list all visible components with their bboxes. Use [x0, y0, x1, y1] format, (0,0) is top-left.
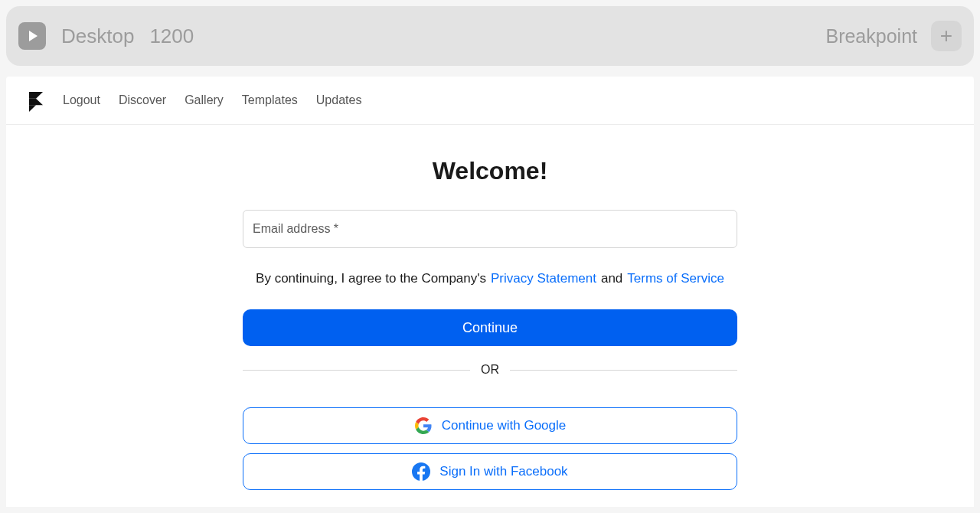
plus-icon: + — [940, 25, 952, 47]
facebook-icon — [412, 462, 430, 481]
breakpoint-label: Breakpoint — [825, 25, 917, 47]
divider-line-right — [510, 370, 737, 371]
privacy-link[interactable]: Privacy Statement — [491, 271, 596, 286]
page-title: Welcome! — [433, 157, 548, 185]
terms-link[interactable]: Terms of Service — [627, 271, 724, 286]
topbar-right: Breakpoint + — [825, 21, 962, 51]
google-signin-button[interactable]: Continue with Google — [243, 407, 737, 444]
add-breakpoint-button[interactable]: + — [931, 21, 962, 51]
topbar-left: Desktop 1200 — [18, 22, 194, 50]
viewport-width: 1200 — [149, 25, 194, 48]
divider-line-left — [243, 370, 470, 371]
consent-and: and — [601, 271, 622, 286]
play-icon — [29, 31, 38, 41]
continue-button[interactable]: Continue — [243, 309, 737, 346]
site-navbar: Logout Discover Gallery Templates Update… — [6, 77, 974, 125]
consent-prefix: By continuing, I agree to the Company's — [256, 271, 486, 286]
nav-link-templates[interactable]: Templates — [242, 93, 298, 107]
divider: OR — [243, 363, 737, 377]
nav-link-updates[interactable]: Updates — [316, 93, 362, 107]
google-button-label: Continue with Google — [442, 418, 567, 433]
nav-link-gallery[interactable]: Gallery — [185, 93, 224, 107]
nav-link-discover[interactable]: Discover — [119, 93, 166, 107]
viewport-name: Desktop — [61, 25, 134, 48]
facebook-button-label: Sign In with Facebook — [439, 464, 567, 479]
facebook-signin-button[interactable]: Sign In with Facebook — [243, 453, 737, 490]
editor-topbar: Desktop 1200 Breakpoint + — [6, 6, 974, 66]
design-canvas: Logout Discover Gallery Templates Update… — [6, 77, 974, 507]
play-button[interactable] — [18, 22, 46, 50]
framer-logo-icon[interactable] — [29, 92, 44, 109]
signin-content: Welcome! By continuing, I agree to the C… — [6, 125, 974, 490]
divider-text: OR — [481, 363, 499, 377]
consent-text: By continuing, I agree to the Company's … — [256, 271, 724, 286]
email-field[interactable] — [243, 210, 737, 248]
google-icon — [414, 417, 433, 435]
nav-link-logout[interactable]: Logout — [63, 93, 100, 107]
